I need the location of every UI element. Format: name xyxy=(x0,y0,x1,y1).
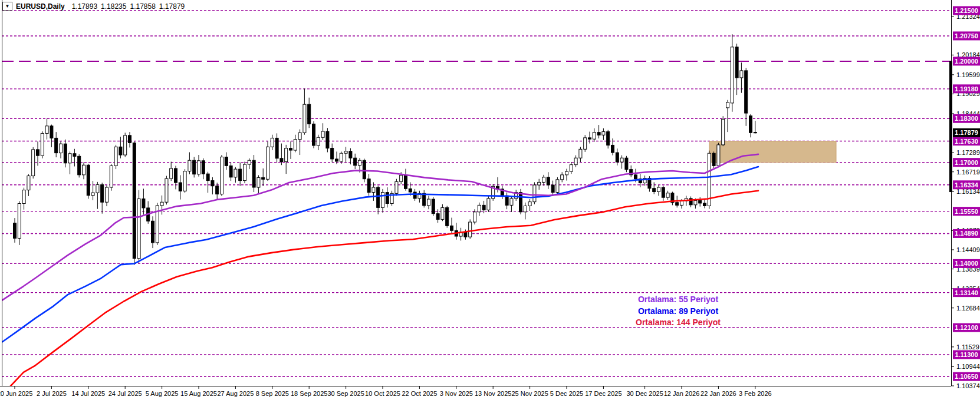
axis-date-label[interactable]: 2 Jul 2025 xyxy=(37,390,67,397)
candle xyxy=(87,164,90,199)
axis-price-label[interactable]: 1.10374 xyxy=(956,382,980,389)
axis-price-label[interactable]: 1.11529 xyxy=(956,343,979,351)
candle-body xyxy=(198,161,200,174)
axis-price-label[interactable]: 1.19599 xyxy=(956,71,980,78)
candle xyxy=(252,155,255,192)
candle xyxy=(18,201,21,244)
axis-date-label[interactable]: 12 Jan 2026 xyxy=(664,390,700,397)
candle-body xyxy=(55,138,58,153)
axis-date-label[interactable]: 25 Nov 2025 xyxy=(511,390,548,397)
candle xyxy=(78,154,81,178)
axis-price-label[interactable]: 1.14409 xyxy=(956,246,980,253)
candle xyxy=(133,141,136,265)
candle-body xyxy=(193,160,196,174)
axis-price-label[interactable]: 1.17289 xyxy=(956,149,980,156)
candle xyxy=(395,179,398,196)
level-price-box-label: 1.17630 xyxy=(955,138,978,145)
candle-body xyxy=(248,160,251,164)
candle-body xyxy=(106,187,108,202)
candle-body xyxy=(579,149,582,158)
candle-body xyxy=(726,103,729,108)
candle-body xyxy=(206,174,209,180)
candle-body xyxy=(252,160,255,187)
axis-date-label[interactable]: 5 Aug 2025 xyxy=(146,390,179,397)
candle-body xyxy=(703,203,706,206)
candle-body xyxy=(280,158,283,162)
axis-date-label[interactable]: 17 Dec 2025 xyxy=(585,390,621,397)
candle xyxy=(313,121,315,148)
quote-low: 1.17858 xyxy=(130,2,155,11)
candle-body xyxy=(344,151,347,153)
axis-date-label[interactable]: 14 Jul 2025 xyxy=(71,390,105,397)
candle-body xyxy=(680,201,683,205)
level-price-box-label: 1.15550 xyxy=(955,208,978,215)
candle xyxy=(533,182,536,204)
quote-open: 1.17893 xyxy=(72,2,97,11)
candle-body xyxy=(593,133,596,139)
candle-body xyxy=(119,147,122,155)
candle-body xyxy=(349,151,352,158)
axis-date-label[interactable]: 22 Jan 2026 xyxy=(701,390,736,397)
ma144-annotation: Ortalama: 144 Periyot xyxy=(607,318,749,327)
candle-body xyxy=(73,154,76,157)
supply-zone-rectangle[interactable] xyxy=(709,141,836,163)
candle-body xyxy=(211,181,214,186)
candle xyxy=(110,164,113,191)
axis-date-label[interactable]: 5 Dec 2025 xyxy=(550,390,583,397)
candle-body xyxy=(298,133,301,139)
candle-body xyxy=(464,232,467,237)
axis-date-label[interactable]: 18 Sep 2025 xyxy=(291,390,327,397)
candle-body xyxy=(262,177,265,179)
candle-body xyxy=(114,147,117,166)
candle-body xyxy=(244,164,246,180)
candle-body xyxy=(165,178,168,202)
candle xyxy=(267,141,269,181)
axis-price-label[interactable]: 1.10944 xyxy=(956,363,980,370)
axis-date-label[interactable]: 3 Nov 2025 xyxy=(440,390,473,397)
candle-body xyxy=(229,166,232,177)
candle xyxy=(137,190,140,263)
axis-date-label[interactable]: 24 Jul 2025 xyxy=(108,390,142,397)
level-price-box-label: 1.16334 xyxy=(955,181,979,189)
candle-body xyxy=(45,126,48,134)
axis-date-label[interactable]: 8 Sep 2025 xyxy=(256,390,289,397)
axis-date-label[interactable]: 30 Sep 2025 xyxy=(327,390,364,397)
candle xyxy=(712,151,715,168)
candle-body xyxy=(202,161,205,174)
price-chart-canvas[interactable]: 1.213241.201841.195991.190291.184441.172… xyxy=(0,0,980,400)
candle-body xyxy=(78,156,81,174)
candle-body xyxy=(22,190,25,204)
level-price-box-label: 1.21500 xyxy=(955,7,978,14)
candle xyxy=(156,203,159,245)
candle xyxy=(193,157,196,177)
axis-date-label[interactable]: 10 Oct 2025 xyxy=(365,390,400,397)
axis-date-label[interactable]: 13 Nov 2025 xyxy=(475,390,511,397)
candle-body xyxy=(570,165,573,171)
axis-date-label[interactable]: 27 Aug 2025 xyxy=(218,390,254,397)
candle-body xyxy=(267,147,269,179)
axis-date-label[interactable]: 3 Feb 2026 xyxy=(739,390,772,397)
candle xyxy=(432,197,435,216)
quote-close: 1.17879 xyxy=(159,2,185,11)
axis-date-label[interactable]: 20 Jun 2025 xyxy=(0,390,32,397)
axis-date-label[interactable]: 22 Oct 2025 xyxy=(402,390,437,397)
candle-body xyxy=(275,138,278,158)
axis-price-label[interactable]: 1.16719 xyxy=(956,168,980,176)
candle-body xyxy=(340,153,343,161)
candle-body xyxy=(170,168,173,178)
symbol-dropdown-icon[interactable]: ▼ xyxy=(2,2,12,11)
candle-body xyxy=(519,193,522,212)
current-price-label: 1.17879 xyxy=(955,129,978,136)
candle-body xyxy=(699,200,702,203)
candle-body xyxy=(602,132,605,135)
candle xyxy=(717,143,720,167)
axis-date-label[interactable]: 30 Dec 2025 xyxy=(626,390,663,397)
chart-window[interactable]: 1.213241.201841.195991.190291.184441.172… xyxy=(0,0,980,400)
level-price-box-label: 1.14890 xyxy=(955,230,978,237)
level-price-box-label: 1.17000 xyxy=(955,159,978,166)
axis-date-label[interactable]: 15 Aug 2025 xyxy=(180,390,217,397)
candle xyxy=(708,151,711,209)
candle-body xyxy=(446,207,449,226)
level-price-box-label: 1.10650 xyxy=(955,373,978,380)
axis-price-label[interactable]: 1.12684 xyxy=(956,305,980,312)
